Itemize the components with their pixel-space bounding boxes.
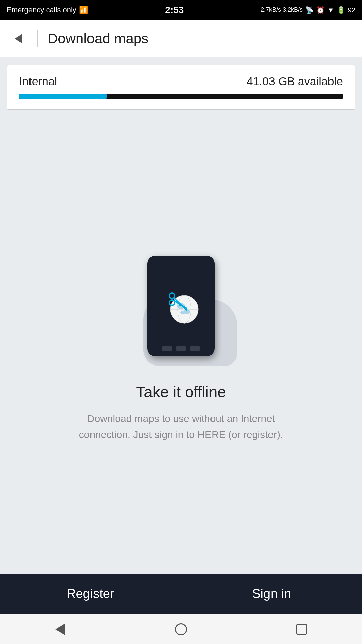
nav-back-icon <box>55 623 65 635</box>
nav-recents-button[interactable] <box>292 619 312 639</box>
storage-info-row: Internal 41.03 GB available <box>19 75 343 88</box>
phone-hardware-buttons <box>162 346 200 351</box>
storage-card: Internal 41.03 GB available <box>7 65 355 110</box>
nav-home-button[interactable] <box>171 619 191 639</box>
status-time: 2:53 <box>165 5 184 15</box>
phone-illustration <box>124 249 238 363</box>
network-speed: 2.7kB/s 3.2kB/s <box>261 6 303 14</box>
signal-icon: 📡 <box>305 6 314 14</box>
page-title: Download maps <box>48 31 148 47</box>
svg-point-11 <box>179 303 181 306</box>
storage-available: 41.03 GB available <box>247 75 343 88</box>
bottom-buttons: Register Sign in <box>0 574 362 614</box>
phone-screen <box>153 266 209 346</box>
status-left: Emergency calls only 📶 <box>7 6 88 14</box>
main-content: Take it offline Download maps to use wit… <box>0 118 362 574</box>
offline-description: Download maps to use without an Internet… <box>64 411 298 443</box>
battery-icon: 🔋 <box>337 6 345 14</box>
header-divider <box>37 30 38 47</box>
register-button[interactable]: Register <box>0 574 181 614</box>
wifi-icon: 📶 <box>79 6 88 14</box>
status-bar: Emergency calls only 📶 2:53 2.7kB/s 3.2k… <box>0 0 362 20</box>
phone-btn-2 <box>176 346 186 351</box>
sign-in-button[interactable]: Sign in <box>181 574 362 614</box>
nav-recents-icon <box>296 624 307 635</box>
phone-btn-1 <box>162 346 172 351</box>
globe-scissors-icon <box>163 287 199 324</box>
nav-back-button[interactable] <box>50 619 70 639</box>
storage-progress-bar <box>19 94 343 99</box>
back-button[interactable] <box>10 30 27 47</box>
storage-label: Internal <box>19 75 57 88</box>
back-arrow-icon <box>15 34 22 43</box>
status-right: 2.7kB/s 3.2kB/s 📡 ⏰ ▼ 🔋 92 <box>261 6 355 14</box>
phone-btn-3 <box>190 346 200 351</box>
alarm-icon: ⏰ <box>316 6 325 14</box>
nav-bar <box>0 614 362 644</box>
phone-body <box>147 256 215 356</box>
emergency-text: Emergency calls only <box>7 6 76 14</box>
svg-point-6 <box>180 311 185 314</box>
offline-title: Take it offline <box>136 383 226 401</box>
wifi-signal-icon: ▼ <box>327 6 334 14</box>
storage-progress-fill <box>19 94 107 99</box>
header: Download maps <box>0 20 362 57</box>
battery-level: 92 <box>348 6 355 14</box>
nav-home-icon <box>175 623 187 635</box>
